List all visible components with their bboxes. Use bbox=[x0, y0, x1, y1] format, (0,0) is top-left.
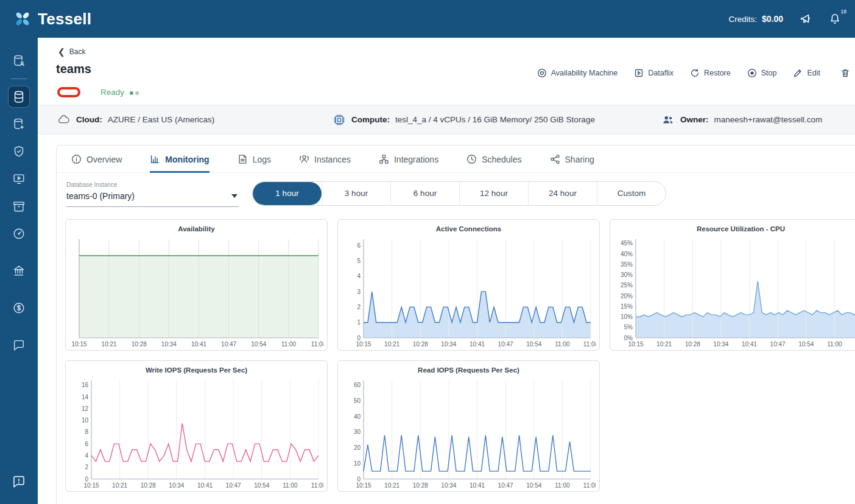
time-range-6-hour[interactable]: 6 hour bbox=[390, 182, 459, 205]
tab-overview[interactable]: Overview bbox=[71, 154, 122, 173]
status-dots bbox=[130, 86, 139, 97]
svg-text:45%: 45% bbox=[621, 240, 633, 247]
chart-cpu-utilization: Resource Utilization - CPU 10:1510:2110:… bbox=[610, 219, 855, 351]
monitoring-controls: Database Instance teams-0 (Primary) 1 ho… bbox=[66, 181, 855, 207]
svg-text:10:41: 10:41 bbox=[470, 482, 485, 489]
tab-schedules[interactable]: Schedules bbox=[466, 154, 521, 173]
svg-text:40%: 40% bbox=[621, 251, 633, 257]
svg-text:1: 1 bbox=[357, 319, 361, 326]
owner-info: Owner: maneesh+rawat@tessell.com bbox=[661, 113, 822, 127]
restore-icon bbox=[690, 68, 700, 78]
back-label: Back bbox=[69, 47, 86, 56]
status-badge: Ready bbox=[100, 86, 139, 97]
sidebar-item-governance[interactable] bbox=[8, 260, 30, 282]
time-range-3-hour[interactable]: 3 hour bbox=[322, 182, 390, 205]
read-iops-chart-plot: 10:1510:2110:2810:3410:4110:4710:5411:00… bbox=[343, 377, 596, 490]
svg-text:10:47: 10:47 bbox=[498, 341, 513, 348]
sidebar-item-feedback[interactable] bbox=[8, 471, 30, 492]
svg-text:10:54: 10:54 bbox=[798, 341, 814, 348]
database-instance-select-value: teams-0 (Primary) bbox=[66, 191, 135, 201]
stop-button[interactable]: Stop bbox=[747, 68, 777, 78]
svg-text:10:21: 10:21 bbox=[102, 341, 117, 348]
tab-monitoring[interactable]: Monitoring bbox=[150, 154, 209, 173]
tab-sharing[interactable]: Sharing bbox=[550, 154, 594, 173]
sidebar-item-performance[interactable] bbox=[8, 223, 30, 245]
oracle-logo bbox=[57, 87, 80, 97]
dataflix-icon bbox=[634, 68, 644, 78]
svg-text:2: 2 bbox=[357, 304, 361, 310]
dataflix-button[interactable]: Dataflix bbox=[634, 68, 674, 78]
svg-text:10:15: 10:15 bbox=[628, 341, 643, 348]
svg-text:14: 14 bbox=[82, 394, 89, 401]
sidebar-item-security[interactable] bbox=[8, 141, 30, 163]
chart-write-iops: Write IOPS (Requests Per Sec) 10:1510:21… bbox=[65, 360, 328, 492]
time-range-24-hour[interactable]: 24 hour bbox=[528, 182, 597, 205]
tab-logs[interactable]: Logs bbox=[237, 154, 271, 173]
time-range-custom[interactable]: Custom bbox=[597, 182, 666, 205]
restore-label: Restore bbox=[704, 69, 731, 77]
sidebar-item-db-services[interactable] bbox=[8, 86, 30, 108]
svg-text:11:00: 11:00 bbox=[283, 482, 298, 489]
availability-machine-icon bbox=[537, 68, 547, 78]
credits-value: $0.00 bbox=[762, 14, 783, 24]
svg-text:10:47: 10:47 bbox=[226, 482, 241, 489]
svg-text:0: 0 bbox=[85, 476, 88, 483]
svg-text:6: 6 bbox=[85, 441, 88, 447]
tessell-logo-icon bbox=[13, 10, 32, 28]
integrations-icon bbox=[379, 154, 389, 164]
sidebar-item-provisioning[interactable] bbox=[8, 113, 30, 135]
svg-text:20: 20 bbox=[354, 444, 361, 451]
database-instance-select[interactable]: Database Instance teams-0 (Primary) bbox=[66, 181, 239, 207]
svg-text:8: 8 bbox=[85, 429, 88, 435]
svg-text:16: 16 bbox=[82, 382, 89, 388]
availability-machine-button[interactable]: Availability Machine bbox=[537, 68, 618, 78]
svg-text:10:54: 10:54 bbox=[526, 341, 541, 348]
svg-text:10:54: 10:54 bbox=[526, 482, 541, 489]
back-button[interactable]: ❮ Back bbox=[58, 47, 85, 56]
brand-logo[interactable]: Tessell bbox=[13, 10, 91, 29]
edit-button[interactable]: Edit bbox=[793, 68, 820, 78]
sidebar-item-dataflix[interactable] bbox=[8, 168, 30, 190]
main-content: ❮ Back teams Availability Machine D bbox=[38, 38, 855, 504]
tab-monitoring-label: Monitoring bbox=[165, 155, 209, 164]
notification-count-badge: 18 bbox=[841, 9, 846, 15]
svg-text:10:34: 10:34 bbox=[441, 341, 456, 348]
time-range-control: 1 hour 3 hour 6 hour 12 hour 24 hour Cus… bbox=[252, 181, 666, 206]
svg-text:10:21: 10:21 bbox=[112, 482, 127, 489]
svg-text:10: 10 bbox=[82, 417, 89, 424]
svg-text:11:00: 11:00 bbox=[827, 341, 842, 348]
svg-text:10:21: 10:21 bbox=[384, 482, 399, 489]
svg-text:11:08: 11:08 bbox=[583, 341, 596, 348]
svg-text:35%: 35% bbox=[621, 261, 633, 268]
info-circle-icon bbox=[71, 154, 82, 164]
tab-schedules-label: Schedules bbox=[482, 155, 521, 164]
sidebar-item-support[interactable] bbox=[8, 334, 30, 356]
owner-value: maneesh+rawat@tessell.com bbox=[714, 115, 823, 124]
compute-info: Compute: tesl_4_a / 4 vCPUs / 16 GiB Mem… bbox=[332, 113, 661, 127]
app-header: Tessell Credits: $0.00 18 bbox=[0, 0, 855, 38]
app-root: Tessell Credits: $0.00 18 bbox=[0, 0, 855, 504]
restore-button[interactable]: Restore bbox=[690, 68, 731, 78]
svg-text:3: 3 bbox=[357, 289, 361, 295]
svg-text:25%: 25% bbox=[621, 282, 633, 289]
delete-button[interactable] bbox=[840, 68, 850, 78]
bell-icon[interactable]: 18 bbox=[828, 12, 842, 26]
edit-label: Edit bbox=[807, 69, 820, 77]
time-range-12-hour[interactable]: 12 hour bbox=[459, 182, 528, 205]
stop-label: Stop bbox=[761, 69, 777, 77]
sidebar-item-backups[interactable] bbox=[8, 195, 30, 217]
svg-text:10:15: 10:15 bbox=[83, 482, 99, 489]
sidebar-item-billing[interactable] bbox=[8, 297, 30, 319]
active-connections-chart-plot: 10:1510:2110:2810:3410:4110:4710:5411:00… bbox=[343, 236, 596, 349]
megaphone-icon[interactable] bbox=[799, 12, 812, 26]
svg-text:10:47: 10:47 bbox=[770, 341, 786, 348]
time-range-1-hour[interactable]: 1 hour bbox=[253, 182, 322, 205]
chart-title: Active Connections bbox=[338, 225, 599, 233]
status-row: Ready bbox=[57, 86, 139, 97]
tab-instances[interactable]: Instances bbox=[299, 154, 351, 173]
service-toolbar: Availability Machine Dataflix Restore bbox=[537, 68, 850, 78]
tab-integrations[interactable]: Integrations bbox=[379, 154, 438, 173]
sidebar-item-services[interactable] bbox=[8, 50, 30, 72]
svg-text:10:34: 10:34 bbox=[169, 482, 184, 489]
svg-text:11:08: 11:08 bbox=[311, 482, 323, 489]
